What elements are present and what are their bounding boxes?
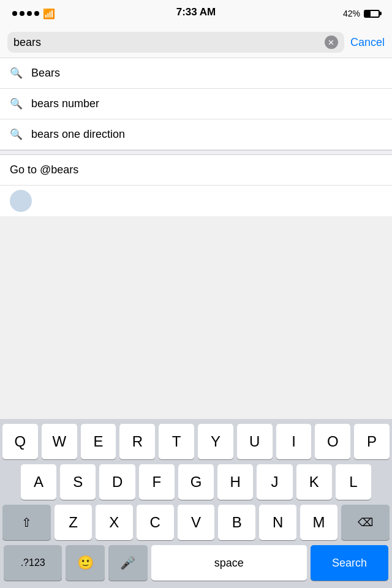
key-k[interactable]: K <box>296 464 332 500</box>
search-icon-2: 🔍 <box>10 128 23 141</box>
key-s[interactable]: S <box>60 464 96 500</box>
key-w[interactable]: W <box>42 424 77 459</box>
key-emoji[interactable]: 🙂 <box>66 545 105 581</box>
key-symbols[interactable]: .?123 <box>4 545 62 581</box>
search-bar: ✕ Cancel <box>0 27 392 58</box>
keyboard-row-1: Q W E R T Y U I O P <box>2 424 390 459</box>
partial-result-row[interactable] <box>0 186 392 216</box>
keyboard-row-4: .?123 🙂 🎤 space Search <box>2 545 390 581</box>
goto-section[interactable]: Go to @bears <box>0 155 392 186</box>
signal-dots <box>12 11 39 16</box>
battery-icon <box>364 10 380 18</box>
wifi-icon: 📶 <box>43 8 55 20</box>
goto-label: Go to @bears <box>10 164 78 176</box>
search-input[interactable] <box>13 36 320 49</box>
key-space[interactable]: space <box>151 545 307 581</box>
key-c[interactable]: C <box>137 505 174 540</box>
suggestion-item-2[interactable]: 🔍 bears one direction <box>0 119 392 150</box>
key-r[interactable]: R <box>119 424 155 459</box>
battery-percent: 42% <box>343 9 360 18</box>
signal-dot-1 <box>12 11 17 16</box>
battery-fill <box>365 11 371 17</box>
key-delete[interactable]: ⌫ <box>341 505 390 540</box>
section-separator <box>0 150 392 155</box>
suggestion-text-2: bears one direction <box>31 128 125 141</box>
battery-area: 42% <box>343 9 380 18</box>
signal-dot-4 <box>34 11 39 16</box>
key-v[interactable]: V <box>178 505 215 540</box>
cancel-button[interactable]: Cancel <box>350 36 385 49</box>
status-bar: 📶 7:33 AM 42% <box>0 0 392 27</box>
keyboard-row-3: ⇧ Z X C V B N M ⌫ <box>2 505 390 540</box>
key-l[interactable]: L <box>336 464 371 500</box>
signal-area: 📶 <box>12 8 55 20</box>
key-d[interactable]: D <box>99 464 135 500</box>
key-t[interactable]: T <box>159 424 194 459</box>
suggestion-item-1[interactable]: 🔍 bears number <box>0 89 392 119</box>
key-m[interactable]: M <box>300 505 337 540</box>
key-u[interactable]: U <box>237 424 273 459</box>
key-j[interactable]: J <box>257 464 292 500</box>
key-o[interactable]: O <box>315 424 350 459</box>
key-search[interactable]: Search <box>311 545 388 581</box>
key-a[interactable]: A <box>21 464 56 500</box>
key-i[interactable]: I <box>276 424 312 459</box>
key-p[interactable]: P <box>354 424 390 459</box>
suggestion-item-0[interactable]: 🔍 Bears <box>0 58 392 89</box>
keyboard: Q W E R T Y U I O P A S D F G H J K L ⇧ … <box>0 419 392 588</box>
keyboard-row-2: A S D F G H J K L <box>2 464 390 500</box>
suggestion-text-1: bears number <box>31 97 99 110</box>
key-f[interactable]: F <box>139 464 175 500</box>
key-z[interactable]: Z <box>55 505 92 540</box>
status-time: 7:33 AM <box>176 6 216 18</box>
signal-dot-2 <box>20 11 24 16</box>
search-icon-1: 🔍 <box>10 97 23 110</box>
key-n[interactable]: N <box>259 505 296 540</box>
search-icon-0: 🔍 <box>10 67 23 80</box>
key-g[interactable]: G <box>178 464 214 500</box>
key-x[interactable]: X <box>96 505 133 540</box>
key-q[interactable]: Q <box>2 424 38 459</box>
clear-button[interactable]: ✕ <box>325 36 338 49</box>
key-mic[interactable]: 🎤 <box>108 545 148 581</box>
key-shift[interactable]: ⇧ <box>2 505 51 540</box>
avatar <box>10 190 32 212</box>
suggestions-list: 🔍 Bears 🔍 bears number 🔍 bears one direc… <box>0 58 392 150</box>
key-h[interactable]: H <box>217 464 253 500</box>
key-b[interactable]: B <box>218 505 255 540</box>
search-input-container[interactable]: ✕ <box>7 32 344 53</box>
key-e[interactable]: E <box>81 424 116 459</box>
suggestion-text-0: Bears <box>31 67 60 80</box>
signal-dot-3 <box>27 11 32 16</box>
key-y[interactable]: Y <box>198 424 233 459</box>
